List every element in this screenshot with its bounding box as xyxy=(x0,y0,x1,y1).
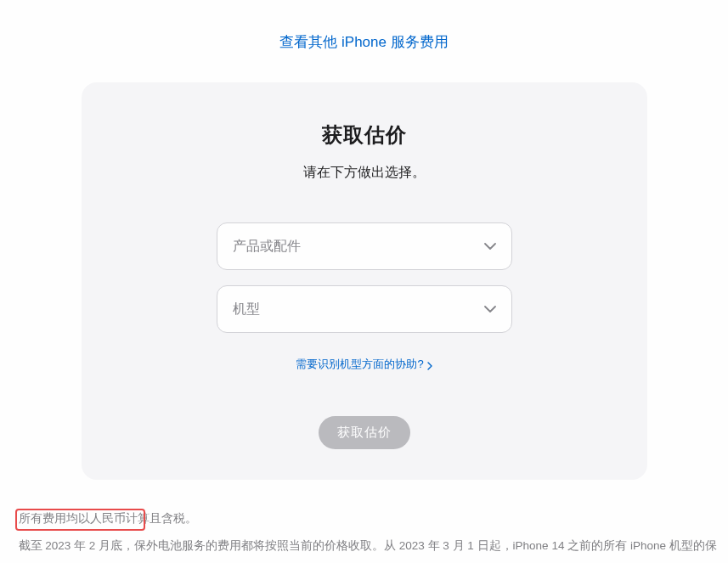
identify-model-help-link[interactable]: 需要识别机型方面的协助? xyxy=(296,357,432,372)
product-select-placeholder: 产品或配件 xyxy=(233,238,301,256)
chevron-down-icon xyxy=(484,306,496,312)
estimate-card: 获取估价 请在下方做出选择。 产品或配件 机型 需要识别机型方面的协助? xyxy=(82,82,647,480)
model-select-wrap: 机型 xyxy=(217,285,512,333)
chevron-right-icon xyxy=(427,360,432,369)
view-other-fees-link[interactable]: 查看其他 iPhone 服务费用 xyxy=(0,32,728,52)
chevron-down-icon xyxy=(484,243,496,250)
card-subtitle: 请在下方做出选择。 xyxy=(116,164,613,182)
product-select-wrap: 产品或配件 xyxy=(217,222,512,270)
model-select-placeholder: 机型 xyxy=(233,301,260,318)
footnote-tax-info: 所有费用均以人民币计算且含税。 xyxy=(19,505,719,532)
product-select[interactable]: 产品或配件 xyxy=(217,222,512,270)
model-select[interactable]: 机型 xyxy=(217,285,512,333)
help-link-text: 需要识别机型方面的协助? xyxy=(296,357,423,372)
footnotes-section: 所有费用均以人民币计算且含税。 截至 2023 年 2 月底，保外电池服务的费用… xyxy=(10,505,719,563)
card-title: 获取估价 xyxy=(116,121,613,149)
get-estimate-button[interactable]: 获取估价 xyxy=(319,416,410,449)
footnote-price-change: 截至 2023 年 2 月底，保外电池服务的费用都将按照当前的价格收取。从 20… xyxy=(19,532,719,563)
